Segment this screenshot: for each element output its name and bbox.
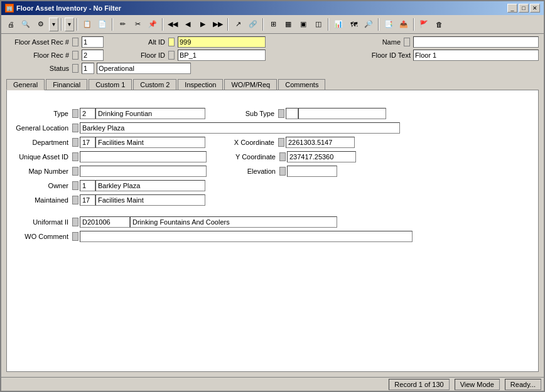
minimize-button[interactable]: _: [507, 4, 517, 13]
copy-button[interactable]: 📋: [80, 18, 94, 31]
sep2: [77, 18, 78, 31]
sub-type-code-input[interactable]: [286, 108, 298, 119]
jump-button[interactable]: ↗: [231, 18, 245, 31]
zoom-button[interactable]: 🔎: [362, 18, 375, 31]
delete-button[interactable]: 🗑: [432, 18, 446, 31]
maintained-value-input[interactable]: [95, 194, 205, 206]
tab-custom2[interactable]: Custom 2: [133, 79, 176, 90]
uniformat-code-input[interactable]: [80, 216, 130, 228]
sep6: [262, 18, 264, 31]
floor-asset-rec-input[interactable]: [82, 36, 104, 48]
row-floor-rec: Floor Rec # Floor ID Floor ID Text: [6, 50, 539, 61]
unique-asset-id-indicator: [72, 152, 78, 161]
owner-label: Owner: [12, 182, 68, 189]
elevation-input[interactable]: [287, 166, 337, 177]
type-code-input[interactable]: [80, 108, 95, 119]
grid2-button[interactable]: ▦: [281, 18, 295, 31]
sep7: [328, 18, 329, 31]
type-indicator: [72, 109, 78, 118]
map-button[interactable]: 🗺: [347, 18, 360, 31]
close-button[interactable]: ✕: [530, 4, 540, 13]
status-bar: Record 1 of 130 View Mode Ready...: [1, 377, 544, 391]
floor-id-label: Floor ID: [140, 51, 165, 59]
window-controls: _ □ ✕: [507, 4, 540, 13]
elevation-indicator: [279, 167, 286, 176]
view-dropdown[interactable]: ▾: [65, 18, 74, 31]
report-button[interactable]: 📑: [382, 18, 396, 31]
name-input[interactable]: [413, 36, 539, 48]
dept-code-input[interactable]: [80, 137, 95, 148]
flag-button[interactable]: 🚩: [417, 18, 431, 31]
maintained-indicator: [72, 196, 78, 204]
app-icon: 🏢: [5, 4, 14, 13]
row-dept-xcoord: Department X Coordinate: [12, 137, 533, 148]
floor-rec-input[interactable]: [82, 50, 104, 61]
wo-comment-input[interactable]: [80, 231, 413, 242]
alt-id-label: Alt ID: [140, 38, 165, 46]
row-uniqueid-ycoord: Unique Asset ID Y Coordinate: [12, 151, 533, 162]
nav-prev-button[interactable]: ◀: [181, 18, 195, 31]
name-indicator: [404, 38, 410, 46]
owner-value-input[interactable]: [95, 180, 205, 191]
chart-button[interactable]: 📊: [332, 18, 345, 31]
sep3: [112, 18, 113, 31]
status-indicator: [72, 64, 78, 73]
row-status: Status: [6, 63, 539, 74]
print-button[interactable]: 🖨: [4, 18, 18, 31]
owner-code-input[interactable]: [80, 180, 95, 191]
search-button[interactable]: 🔍: [19, 18, 33, 31]
unique-asset-id-input[interactable]: [80, 151, 207, 162]
sep1: [61, 18, 62, 31]
paste-button[interactable]: 📌: [146, 18, 159, 31]
general-location-input[interactable]: [80, 122, 400, 134]
link-button[interactable]: 🔗: [246, 18, 260, 31]
type-value-input[interactable]: [95, 108, 205, 119]
uniformat-value-input[interactable]: [130, 216, 337, 228]
map-number-indicator: [72, 167, 78, 176]
tab-wo-pm-req[interactable]: WO/PM/Req: [224, 79, 277, 90]
view-mode-indicator: View Mode: [455, 379, 500, 390]
floor-id-text-input[interactable]: [413, 50, 539, 61]
sep9: [413, 18, 414, 31]
alt-id-input[interactable]: [178, 36, 266, 48]
row-owner: Owner: [12, 180, 533, 191]
grid3-button[interactable]: ▣: [296, 18, 310, 31]
nav-last-button[interactable]: ▶▶: [211, 18, 225, 31]
floor-asset-rec-label: Floor Asset Rec #: [6, 38, 69, 46]
tab-financial[interactable]: Financial: [46, 79, 87, 90]
floor-id-text-label: Floor ID Text: [360, 51, 411, 59]
settings-button[interactable]: ⚙: [34, 18, 48, 31]
floor-id-input[interactable]: [178, 50, 266, 61]
export-button[interactable]: 📤: [397, 18, 411, 31]
row-uniformat: Uniformat II: [12, 216, 533, 228]
status-code-input[interactable]: [82, 63, 94, 74]
maximize-button[interactable]: □: [519, 4, 529, 13]
floor-rec-indicator: [72, 51, 78, 60]
edit-button[interactable]: ✏: [116, 18, 129, 31]
general-location-indicator: [72, 124, 78, 132]
nav-next-button[interactable]: ▶: [196, 18, 210, 31]
map-number-input[interactable]: [80, 166, 207, 177]
y-coord-input[interactable]: [287, 151, 356, 162]
scissors-button[interactable]: ✂: [131, 18, 144, 31]
grid4-button[interactable]: ◫: [311, 18, 325, 31]
dept-value-input[interactable]: [95, 137, 205, 148]
title-bar: 🏢 Floor Asset Inventory - No Filter _ □ …: [1, 1, 544, 15]
tab-custom1[interactable]: Custom 1: [89, 79, 132, 90]
scan-button[interactable]: 📄: [95, 18, 109, 31]
x-coord-input[interactable]: [286, 137, 355, 148]
grid1-button[interactable]: ⊞: [266, 18, 280, 31]
uniformat-ii-indicator: [72, 218, 78, 226]
nav-first-button[interactable]: ◀◀: [166, 18, 180, 31]
filter-dropdown[interactable]: ▾: [49, 18, 58, 31]
tab-general[interactable]: General: [6, 79, 45, 90]
row-mapnumber-elevation: Map Number Elevation: [12, 166, 533, 177]
maintained-code-input[interactable]: [80, 194, 95, 206]
sub-type-label: Sub Type: [218, 110, 274, 117]
status-value-input[interactable]: [97, 63, 191, 74]
sub-type-indicator: [278, 109, 284, 118]
sub-type-value-input[interactable]: [298, 108, 386, 119]
uniformat-ii-label: Uniformat II: [12, 218, 68, 226]
tab-comments[interactable]: Comments: [278, 79, 325, 90]
tab-inspection[interactable]: Inspection: [178, 79, 223, 90]
